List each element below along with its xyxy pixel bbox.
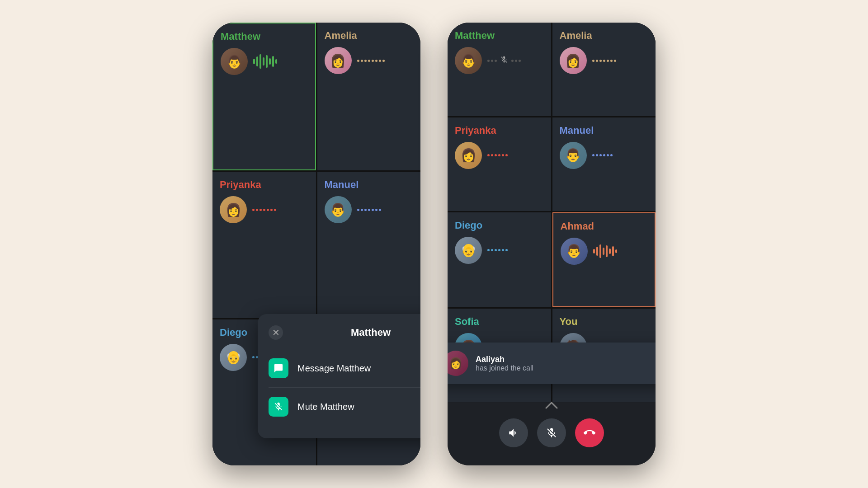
dots-amelia-left [357,60,385,62]
avatar-diego-left: 👴 [220,344,247,371]
message-icon [269,358,288,378]
avatar-matthew-right: 👨 [455,47,482,74]
participant-name-manuel-right: Manuel [560,125,649,136]
participant-bottom-manuel-left: 👨 [325,196,414,223]
participant-cell-amelia-right[interactable]: Amelia 👩 [552,23,656,116]
notification-avatar: 👩 [448,351,468,376]
participant-bottom-amelia-right: 👩 [560,47,649,74]
participant-name-matthew-left: Matthew [221,31,308,42]
dots-matthew-right [487,56,521,66]
participant-cell-diego-right[interactable]: Diego 👴 [448,212,551,308]
notification-banner: 👩 Aaliyah has joined the call [448,343,656,384]
right-phone-screen: Matthew 👨 [448,23,656,465]
participant-bottom-diego-right: 👴 [455,237,544,264]
mute-icon-matthew [500,56,508,66]
participant-bottom-matthew-right: 👨 [455,47,544,74]
notification-message: has joined the call [476,364,533,372]
participant-name-matthew-right: Matthew [455,30,544,42]
left-phone-screen: Matthew 👨 [212,23,420,465]
avatar-priyanka-left: 👩 [220,196,247,223]
dots-amelia-right [592,60,616,62]
speaker-button[interactable] [499,418,528,447]
participant-cell-manuel-left[interactable]: Manuel 👨 [317,172,421,318]
avatar-priyanka-right: 👩 [455,142,482,169]
notification-text: Aaliyah has joined the call [476,355,533,372]
dots-diego-right [487,249,508,251]
participant-cell-ahmad-right[interactable]: Ahmad 👨 [552,212,656,308]
avatar-diego-right: 👴 [455,237,482,264]
participant-name-amelia-left: Amelia [325,30,414,42]
end-call-button[interactable] [575,418,604,447]
participant-bottom-amelia-left: 👩 [325,47,414,74]
participant-bottom-ahmad-right: 👨 [561,238,648,265]
avatar-manuel-right: 👨 [560,142,587,169]
participant-cell-priyanka-right[interactable]: Priyanka 👩 [448,117,551,211]
notification-name: Aaliyah [476,355,533,364]
waveform-ahmad-right [593,244,617,258]
participant-name-sofia-right: Sofia [455,316,544,328]
dots-manuel-right [592,154,613,156]
menu-item-message[interactable]: Message Matthew [269,349,420,387]
participant-cell-matthew-right[interactable]: Matthew 👨 [448,23,551,116]
participant-name-priyanka-left: Priyanka [220,179,309,191]
participant-name-diego-right: Diego [455,220,544,231]
participant-cell-matthew-left[interactable]: Matthew 👨 [212,23,316,170]
participant-name-amelia-right: Amelia [560,30,649,42]
participant-name-ahmad-right: Ahmad [561,221,648,232]
call-controls [499,418,604,447]
menu-item-mute[interactable]: Mute Matthew [269,387,420,426]
avatar-matthew-left: 👨 [221,48,248,75]
menu-item-mute-label: Mute Matthew [297,402,354,412]
context-menu: ✕ Matthew Message Matthew Mute Matthew [258,314,420,438]
dots-priyanka-left [252,209,276,211]
participant-cell-priyanka-left[interactable]: Priyanka 👩 [212,172,316,318]
participant-name-you-right: You [560,316,649,328]
context-menu-title: Matthew [351,327,391,338]
participant-bottom-matthew-left: 👨 [221,48,308,75]
participant-cell-manuel-right[interactable]: Manuel 👨 [552,117,656,211]
swipe-up-indicator[interactable] [545,401,558,411]
avatar-amelia-right: 👩 [560,47,587,74]
context-menu-close-button[interactable]: ✕ [269,325,283,340]
context-menu-header: ✕ Matthew [269,327,420,338]
menu-item-message-label: Message Matthew [297,363,371,374]
participant-bottom-manuel-right: 👨 [560,142,649,169]
left-phone: Matthew 👨 [212,23,420,465]
participant-name-manuel-left: Manuel [325,179,414,191]
avatar-manuel-left: 👨 [325,196,352,223]
dots-manuel-left [357,209,381,211]
participant-bottom-priyanka-left: 👩 [220,196,309,223]
mute-icon [269,397,288,417]
waveform-matthew-left [253,54,277,69]
participant-bottom-priyanka-right: 👩 [455,142,544,169]
right-phone: Matthew 👨 [448,23,656,465]
avatar-ahmad-right: 👨 [561,238,588,265]
dots-priyanka-right [487,154,508,156]
participant-name-priyanka-right: Priyanka [455,125,544,136]
mute-button[interactable] [537,418,566,447]
participant-cell-amelia-left[interactable]: Amelia 👩 [317,23,421,170]
avatar-amelia-left: 👩 [325,47,352,74]
